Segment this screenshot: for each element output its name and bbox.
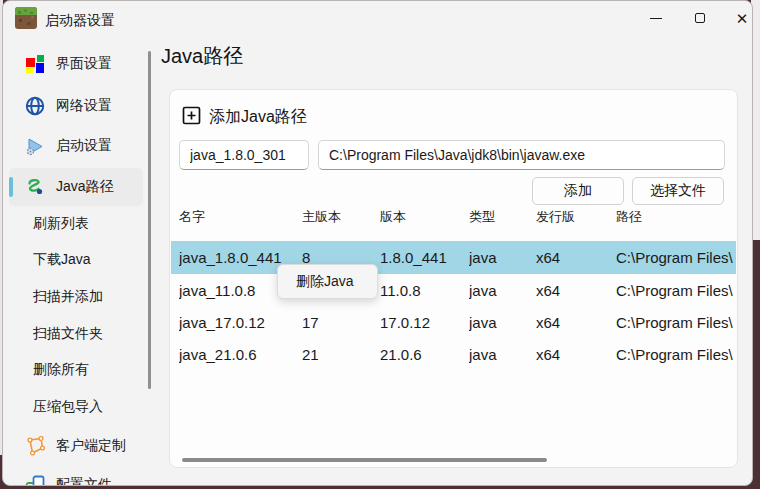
sidebar-scrollbar[interactable] — [148, 51, 151, 389]
column-header-name: 名字 — [179, 208, 302, 226]
cell-path: C:\Program Files\ — [616, 346, 736, 363]
context-menu-item-delete-java[interactable]: 删除Java — [296, 273, 354, 291]
cell-name: java_17.0.12 — [179, 314, 302, 331]
sidebar-item-scan-and-add[interactable]: 扫描并添加 — [3, 280, 153, 314]
sidebar-item-label: 下载Java — [33, 251, 91, 269]
maximize-icon — [695, 13, 705, 23]
cell-type: java — [469, 314, 536, 331]
select-file-button-label: 选择文件 — [650, 182, 706, 200]
minimize-icon — [650, 18, 662, 19]
sidebar-item-label: 扫描文件夹 — [33, 325, 103, 343]
sidebar-item-label: 配置文件 — [56, 476, 112, 486]
column-header-type: 类型 — [469, 208, 536, 226]
sidebar-item-download-java[interactable]: 下载Java — [3, 243, 153, 277]
close-button[interactable]: ✕ — [721, 1, 753, 35]
titlebar: 启动器设置 ✕ — [3, 1, 752, 41]
sidebar-item-config-files[interactable]: 配置文件 — [3, 468, 153, 486]
sidebar-item-delete-all[interactable]: 删除所有 — [3, 353, 153, 387]
sidebar-item-label: 刷新列表 — [33, 215, 89, 233]
cell-version: 17.0.12 — [380, 314, 469, 331]
add-square-icon — [182, 106, 201, 125]
sidebar-item-label: 网络设置 — [56, 97, 112, 115]
column-header-major: 主版本 — [302, 208, 380, 226]
java-path-input[interactable] — [318, 140, 725, 170]
table-row[interactable]: java_11.0.8 11 11.0.8 java x64 C:\Progra… — [171, 274, 736, 306]
grass-block-icon — [15, 7, 37, 29]
maximize-button[interactable] — [679, 1, 721, 35]
sidebar-item-label: 删除所有 — [33, 361, 89, 379]
cell-version: 11.0.8 — [380, 282, 469, 299]
cell-type: java — [469, 346, 536, 363]
add-button-label: 添加 — [564, 182, 592, 200]
table-row[interactable]: java_17.0.12 17 17.0.12 java x64 C:\Prog… — [171, 306, 736, 338]
sidebar-item-client-customization[interactable]: 客户端定制 — [3, 429, 153, 463]
horizontal-scrollbar[interactable] — [182, 458, 547, 462]
sidebar-item-launch-settings[interactable]: 启动设置 — [3, 129, 153, 163]
java-path-card: 添加Java路径 添加 选择文件 名字 主版本 版本 类型 发行版 路径 jav… — [169, 89, 738, 468]
cell-path: C:\Program Files\ — [616, 282, 736, 299]
minimize-button[interactable] — [635, 1, 677, 35]
table-header: 名字 主版本 版本 类型 发行版 路径 — [171, 205, 736, 229]
column-header-path: 路径 — [616, 208, 736, 226]
cell-release: x64 — [536, 314, 616, 331]
sidebar-item-java-path[interactable]: Java路径 — [3, 170, 153, 204]
play-gear-icon — [25, 136, 45, 156]
sidebar-item-label: 启动设置 — [56, 137, 112, 155]
sidebar-item-network-settings[interactable]: 网络设置 — [3, 89, 153, 123]
cell-release: x64 — [536, 346, 616, 363]
java-name-input[interactable] — [179, 140, 309, 170]
sidebar-item-label: 压缩包导入 — [33, 398, 103, 416]
add-button[interactable]: 添加 — [532, 177, 624, 205]
cell-path: C:\Program Files\ — [616, 314, 736, 331]
add-java-path-header: 添加Java路径 — [209, 107, 307, 128]
sidebar-item-archive-import[interactable]: 压缩包导入 — [3, 390, 153, 424]
column-header-release: 发行版 — [536, 208, 616, 226]
interface-settings-icon — [25, 54, 45, 74]
sidebar-item-label: Java路径 — [56, 178, 114, 196]
cell-release: x64 — [536, 249, 616, 266]
table-row[interactable]: java_21.0.6 21 21.0.6 java x64 C:\Progra… — [171, 338, 736, 370]
window-title: 启动器设置 — [45, 12, 115, 30]
page-title: Java路径 — [161, 43, 243, 70]
profiles-icon — [25, 475, 45, 486]
sidebar-item-interface-settings[interactable]: 界面设置 — [3, 47, 153, 81]
globe-icon — [25, 96, 45, 116]
table-row-selected[interactable]: java_1.8.0_441 8 1.8.0_441 java x64 C:\P… — [171, 241, 736, 274]
cell-release: x64 — [536, 282, 616, 299]
java-path-icon — [25, 177, 45, 197]
cell-major: 21 — [302, 346, 380, 363]
launcher-settings-window: 启动器设置 ✕ 界面设置 网络设置 启动设置 — [2, 0, 753, 486]
sidebar-item-refresh-list[interactable]: 刷新列表 — [3, 207, 153, 241]
select-file-button[interactable]: 选择文件 — [632, 177, 724, 205]
sidebar-item-label: 扫描并添加 — [33, 288, 103, 306]
close-icon: ✕ — [736, 11, 749, 26]
cell-type: java — [469, 282, 536, 299]
cell-type: java — [469, 249, 536, 266]
sidebar-item-scan-folder[interactable]: 扫描文件夹 — [3, 317, 153, 351]
cell-version: 1.8.0_441 — [380, 249, 469, 266]
column-header-version: 版本 — [380, 208, 469, 226]
lasso-icon — [25, 436, 45, 456]
cell-version: 21.0.6 — [380, 346, 469, 363]
sidebar-item-label: 客户端定制 — [56, 437, 126, 455]
cell-major: 17 — [302, 314, 380, 331]
cell-path: C:\Program Files\ — [616, 249, 736, 266]
sidebar-item-label: 界面设置 — [56, 55, 112, 73]
cell-name: java_21.0.6 — [179, 346, 302, 363]
context-menu: 删除Java — [277, 264, 378, 299]
